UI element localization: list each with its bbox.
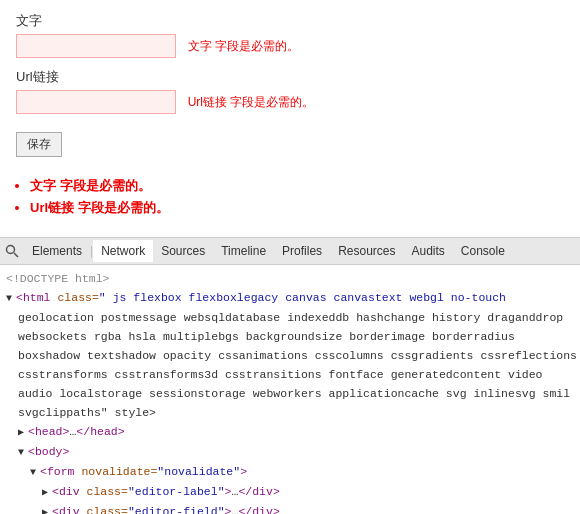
code-line-div1[interactable]: ▶<div class="editor-label">…</div> — [0, 482, 580, 502]
code-line-html[interactable]: ▼<html class=" js flexbox flexboxlegacy … — [0, 288, 580, 308]
code-line-websockets: websockets rgba hsla multiplebgs backgro… — [0, 327, 580, 346]
tab-console[interactable]: Console — [453, 240, 513, 262]
text-label: 文字 — [16, 12, 564, 30]
code-line-audio: audio localstorage sessionstorage webwor… — [0, 384, 580, 403]
url-error-message: Url链接 字段是必需的。 — [188, 94, 315, 111]
text-field-group: 文字 文字 字段是必需的。 — [16, 12, 564, 58]
tab-timeline[interactable]: Timeline — [213, 240, 274, 262]
code-line-form[interactable]: ▼<form novalidate="novalidate"> — [0, 462, 580, 482]
tab-resources[interactable]: Resources — [330, 240, 403, 262]
url-input[interactable] — [16, 90, 176, 114]
svg-point-0 — [7, 246, 15, 254]
code-line-div2[interactable]: ▶<div class="editor-field">…</div> — [0, 502, 580, 514]
save-button[interactable]: 保存 — [16, 132, 62, 157]
tab-sources[interactable]: Sources — [153, 240, 213, 262]
code-panel: <!DOCTYPE html> ▼<html class=" js flexbo… — [0, 265, 580, 514]
code-line-boxshadow: boxshadow textshadow opacity cssanimatio… — [0, 346, 580, 365]
code-line-head[interactable]: ▶<head>…</head> — [0, 422, 580, 442]
tab-profiles[interactable]: Profiles — [274, 240, 330, 262]
tab-elements[interactable]: Elements — [24, 240, 90, 262]
tab-network[interactable]: Network — [93, 240, 153, 262]
error-list: 文字 字段是必需的。 Url链接 字段是必需的。 — [0, 169, 580, 229]
code-line-csstransforms: csstransforms csstransforms3d csstransit… — [0, 365, 580, 384]
code-line-geolocation: geolocation postmessage websqldatabase i… — [0, 308, 580, 327]
text-input[interactable] — [16, 34, 176, 58]
url-label: Url链接 — [16, 68, 564, 86]
svg-line-1 — [14, 253, 18, 257]
search-icon[interactable] — [4, 243, 20, 259]
list-item: Url链接 字段是必需的。 — [30, 199, 564, 217]
code-line-doctype: <!DOCTYPE html> — [0, 269, 580, 288]
text-error-message: 文字 字段是必需的。 — [188, 38, 299, 55]
list-item: 文字 字段是必需的。 — [30, 177, 564, 195]
form-area: 文字 文字 字段是必需的。 Url链接 Url链接 字段是必需的。 保存 — [0, 0, 580, 169]
code-line-body[interactable]: ▼<body> — [0, 442, 580, 462]
devtools-tabs: Elements | Network Sources Timeline Prof… — [0, 237, 580, 265]
code-line-svgclippaths: svgclippaths" style> — [0, 403, 580, 422]
tab-audits[interactable]: Audits — [403, 240, 452, 262]
url-field-group: Url链接 Url链接 字段是必需的。 — [16, 68, 564, 114]
